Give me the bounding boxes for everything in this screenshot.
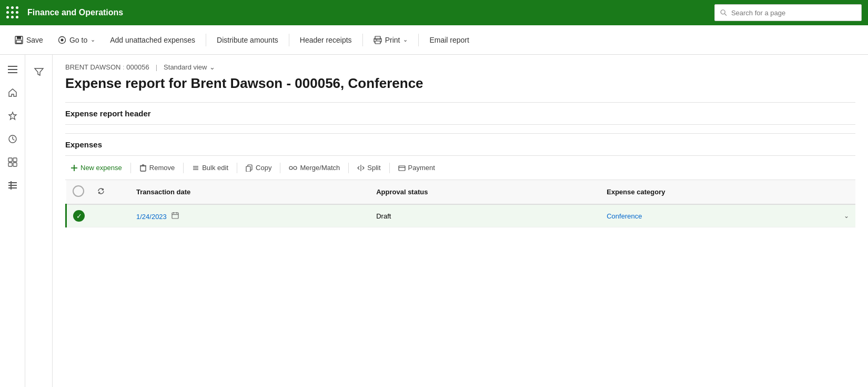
top-bar: Finance and Operations <box>0 0 868 25</box>
copy-button[interactable]: Copy <box>240 161 277 174</box>
svg-rect-20 <box>8 185 17 186</box>
col-status <box>111 180 130 204</box>
expense-category-link[interactable]: Conference <box>607 212 642 220</box>
record-separator: | <box>156 63 157 71</box>
row-date-cell[interactable]: 1/24/2023 <box>130 204 370 227</box>
expenses-section-title: Expenses <box>65 133 855 156</box>
sidebar-home-icon[interactable] <box>2 82 23 103</box>
goto-icon <box>58 36 66 44</box>
record-name: BRENT DAWSON : 000056 <box>65 63 149 71</box>
svg-rect-3 <box>17 36 21 39</box>
exp-sep-5 <box>348 163 349 173</box>
row-approval-status-cell: Draft <box>370 204 600 227</box>
split-button[interactable]: Split <box>352 161 386 174</box>
payment-button[interactable]: Payment <box>393 161 440 174</box>
col-transaction-date: Transaction date <box>130 180 370 204</box>
split-icon <box>357 164 365 172</box>
page-title: Expense report for Brent Dawson - 000056… <box>65 75 855 92</box>
svg-point-34 <box>294 166 297 170</box>
col-refresh <box>91 180 111 204</box>
exp-sep-6 <box>389 163 390 173</box>
row-status-cell <box>111 204 130 227</box>
main-toolbar: Save Go to ⌄ Add unattached expenses Dis… <box>0 25 868 55</box>
svg-rect-22 <box>11 181 12 190</box>
filter-sidebar <box>25 55 53 387</box>
new-expense-button[interactable]: New expense <box>65 161 127 174</box>
svg-point-33 <box>289 166 292 170</box>
exp-sep-4 <box>280 163 280 173</box>
svg-rect-25 <box>140 166 146 171</box>
category-dropdown-icon[interactable]: ⌄ <box>844 212 849 220</box>
exp-sep-3 <box>237 163 237 173</box>
trash-icon <box>139 164 147 172</box>
search-input[interactable] <box>731 9 856 17</box>
toolbar-sep-3 <box>362 34 363 46</box>
view-selector[interactable]: Standard view ⌄ <box>164 63 215 71</box>
col-approval-status: Approval status <box>370 180 600 204</box>
print-chevron: ⌄ <box>403 36 408 43</box>
toolbar-sep-1 <box>206 34 206 46</box>
row-expense-category-cell[interactable]: Conference ⌄ <box>600 204 855 227</box>
row-checkbox-cell: ✓ <box>66 204 92 227</box>
sidebar-favorites-icon[interactable] <box>2 105 23 126</box>
sidebar-recent-icon[interactable] <box>2 128 23 150</box>
select-all-checkbox[interactable] <box>73 185 84 197</box>
header-receipts-button[interactable]: Header receipts <box>294 33 358 47</box>
svg-rect-17 <box>8 163 12 166</box>
expense-table: Transaction date Approval status Expense… <box>65 180 855 227</box>
svg-rect-15 <box>8 158 12 162</box>
sidebar-modules-icon[interactable] <box>2 175 23 196</box>
filter-icon[interactable] <box>28 61 49 82</box>
refresh-button[interactable] <box>97 187 105 196</box>
save-icon <box>15 36 23 44</box>
svg-rect-18 <box>13 163 17 166</box>
calendar-icon[interactable] <box>171 213 179 221</box>
svg-point-6 <box>60 38 63 41</box>
app-grid-icon[interactable] <box>6 6 19 19</box>
goto-button[interactable]: Go to ⌄ <box>52 33 102 47</box>
left-sidebar <box>0 55 25 387</box>
print-button[interactable]: Print ⌄ <box>367 33 415 47</box>
svg-rect-7 <box>375 36 380 39</box>
svg-rect-4 <box>16 40 22 43</box>
svg-rect-12 <box>8 69 17 70</box>
view-chevron-icon: ⌄ <box>209 63 215 71</box>
goto-chevron: ⌄ <box>90 36 95 43</box>
expense-report-header-section: Expense report header <box>65 102 855 125</box>
svg-point-0 <box>721 10 725 14</box>
add-expenses-button[interactable]: Add unattached expenses <box>104 33 201 47</box>
distribute-amounts-button[interactable]: Distribute amounts <box>210 33 285 47</box>
row-checkbox-selected[interactable]: ✓ <box>73 210 85 222</box>
svg-line-1 <box>724 14 726 16</box>
svg-rect-11 <box>8 66 17 67</box>
merge-match-button[interactable]: Merge/Match <box>284 161 345 174</box>
svg-rect-36 <box>399 166 405 171</box>
col-checkbox <box>66 180 92 204</box>
save-button[interactable]: Save <box>8 33 49 47</box>
svg-rect-21 <box>8 187 17 188</box>
svg-rect-10 <box>376 39 377 41</box>
list-icon <box>192 164 199 172</box>
email-report-button[interactable]: Email report <box>423 33 475 47</box>
remove-button[interactable]: Remove <box>134 161 180 174</box>
svg-rect-32 <box>246 166 250 172</box>
sidebar-hamburger[interactable] <box>2 59 23 80</box>
sidebar-workspaces-icon[interactable] <box>2 152 23 173</box>
svg-rect-16 <box>13 158 17 162</box>
record-info-bar: BRENT DAWSON : 000056 | Standard view ⌄ <box>65 63 855 71</box>
expense-toolbar: New expense Remove <box>65 156 855 180</box>
bulk-edit-button[interactable]: Bulk edit <box>187 161 234 174</box>
payment-icon <box>398 164 406 172</box>
page-search-box[interactable] <box>714 4 862 21</box>
merge-icon <box>289 164 297 172</box>
svg-rect-38 <box>172 213 178 219</box>
search-icon <box>720 9 727 16</box>
exp-sep-1 <box>130 163 131 173</box>
svg-rect-13 <box>8 72 17 73</box>
expenses-section: Expenses New expense <box>65 133 855 227</box>
svg-rect-9 <box>375 41 380 44</box>
toolbar-sep-4 <box>418 34 419 46</box>
transaction-date-link[interactable]: 1/24/2023 <box>136 213 167 221</box>
col-expense-category: Expense category <box>600 180 855 204</box>
table-row[interactable]: ✓ 1/24/2023 <box>66 204 856 227</box>
